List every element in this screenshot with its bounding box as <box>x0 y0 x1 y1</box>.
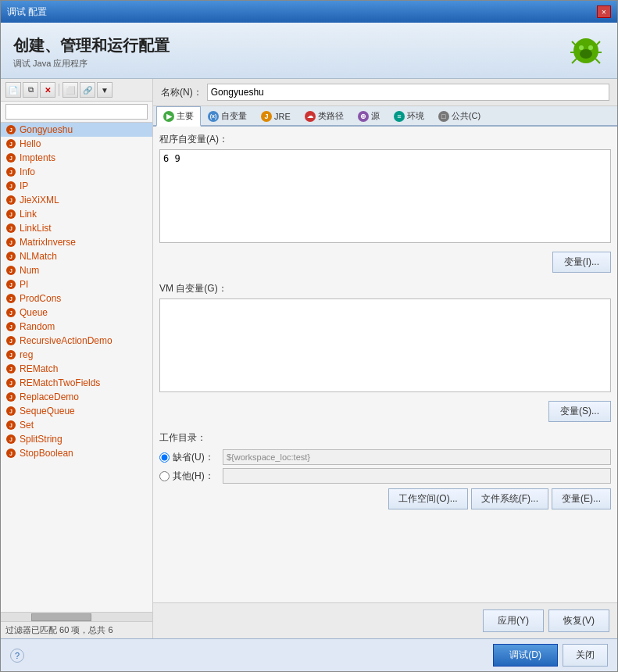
filesystem-button[interactable]: 文件系统(F)... <box>471 488 548 509</box>
java-config-icon: J <box>5 195 16 206</box>
list-item[interactable]: J StopBoolean <box>1 446 152 460</box>
list-item[interactable]: J REMatchTwoFields <box>1 376 152 390</box>
filter-button[interactable]: ⬜ <box>63 82 78 98</box>
delete-config-button[interactable]: ✕ <box>40 82 55 98</box>
list-item[interactable]: J Gongyueshu <box>1 123 152 137</box>
title-controls: × <box>597 5 611 18</box>
list-item[interactable]: J IP <box>1 179 152 193</box>
default-dir-row: 缺省(U)： <box>159 449 611 465</box>
name-label: 名称(N)： <box>161 86 202 99</box>
tab-jre[interactable]: J JRE <box>254 106 298 125</box>
program-args-btn-row: 变量(I)... <box>159 252 611 273</box>
list-item[interactable]: J PI <box>1 277 152 291</box>
program-args-input[interactable]: 6 9 <box>159 149 611 243</box>
list-item[interactable]: J ReplaceDemo <box>1 390 152 404</box>
list-item[interactable]: J Hello <box>1 137 152 151</box>
java-config-icon: J <box>5 209 16 220</box>
list-item[interactable]: J Link <box>1 207 152 221</box>
variable-button[interactable]: 变量(E)... <box>552 488 611 509</box>
list-item[interactable]: J REMatch <box>1 362 152 376</box>
tab-classpath-icon: ☁ <box>305 111 316 122</box>
tab-common[interactable]: □ 公共(C) <box>431 106 488 125</box>
workspace-button[interactable]: 工作空间(O)... <box>388 488 467 509</box>
name-input[interactable] <box>207 84 609 101</box>
tabs-bar: ▶ 主要 (x) 自变量 J JRE ☁ 类路径 ⊕ 源 <box>153 106 617 127</box>
list-item[interactable]: J Imptents <box>1 151 152 165</box>
main-area: 📄 ⧉ ✕ ⬜ 🔗 ▼ J Gongyueshu J Hell <box>1 79 617 638</box>
svg-point-2 <box>588 45 593 50</box>
list-item[interactable]: J NLMatch <box>1 249 152 263</box>
list-item[interactable]: J SplitString <box>1 432 152 446</box>
tab-env[interactable]: ≡ 环境 <box>387 106 431 125</box>
left-panel: 📄 ⧉ ✕ ⬜ 🔗 ▼ J Gongyueshu J Hell <box>1 79 153 638</box>
list-item[interactable]: J JieXiXML <box>1 193 152 207</box>
list-item[interactable]: J Info <box>1 165 152 179</box>
program-args-var-button[interactable]: 变量(I)... <box>552 252 611 273</box>
tab-classpath[interactable]: ☁ 类路径 <box>298 106 351 125</box>
other-dir-label: 其他(H)： <box>173 470 220 483</box>
java-config-icon: J <box>5 138 16 149</box>
workdir-label: 工作目录： <box>159 431 611 445</box>
other-dir-radio[interactable] <box>159 471 170 481</box>
page-subtitle: 调试 Java 应用程序 <box>13 58 170 70</box>
vm-args-input[interactable] <box>159 298 611 392</box>
tab-variables-icon: (x) <box>208 111 219 122</box>
list-item[interactable]: J MatrixInverse <box>1 235 152 249</box>
other-dir-row: 其他(H)： <box>159 468 611 484</box>
new-config-button[interactable]: 📄 <box>5 82 21 98</box>
copy-config-button[interactable]: ⧉ <box>23 82 38 98</box>
java-config-icon: J <box>5 237 16 248</box>
java-config-icon: J <box>5 265 16 276</box>
right-panel: 名称(N)： ▶ 主要 (x) 自变量 J JRE ☁ <box>153 79 617 638</box>
help-button[interactable]: ? <box>10 649 24 663</box>
java-config-icon: J <box>5 391 16 402</box>
restore-button[interactable]: 恢复(V) <box>548 609 609 632</box>
window-title: 调试 配置 <box>7 5 597 19</box>
page-title: 创建、管理和运行配置 <box>13 35 170 56</box>
java-config-icon: J <box>5 335 16 346</box>
close-button[interactable]: × <box>597 5 611 18</box>
footer-bar: ? 调试(D) 关闭 <box>1 638 617 671</box>
debug-button[interactable]: 调试(D) <box>493 644 558 667</box>
other-dir-input[interactable] <box>223 468 611 484</box>
close-dialog-button[interactable]: 关闭 <box>563 644 608 667</box>
default-dir-radio[interactable] <box>159 452 170 463</box>
list-item[interactable]: J Num <box>1 263 152 277</box>
java-config-icon: J <box>5 420 16 431</box>
java-config-icon: J <box>5 166 16 177</box>
vm-args-var-button[interactable]: 变量(S)... <box>548 401 611 422</box>
java-config-icon: J <box>5 152 16 163</box>
default-dir-input[interactable] <box>223 449 611 465</box>
scrollbar-thumb[interactable] <box>31 613 92 621</box>
tab-main[interactable]: ▶ 主要 <box>156 106 201 127</box>
search-input[interactable] <box>5 104 148 120</box>
tab-source-icon: ⊕ <box>358 111 369 122</box>
apply-button[interactable]: 应用(Y) <box>483 609 544 632</box>
filter-status: 过滤器已匹配 60 项，总共 6 <box>1 621 152 638</box>
list-item[interactable]: J Set <box>1 418 152 432</box>
list-item[interactable]: J reg <box>1 348 152 362</box>
name-row: 名称(N)： <box>153 79 617 106</box>
tab-source[interactable]: ⊕ 源 <box>351 106 387 125</box>
list-item[interactable]: J LinkList <box>1 221 152 235</box>
tab-common-icon: □ <box>438 111 449 122</box>
svg-point-3 <box>580 49 592 59</box>
content-area: 程序自变量(A)： 6 9 变量(I)... VM 自变量(G)： 变量(S).… <box>153 127 617 602</box>
list-item[interactable]: J Random <box>1 320 152 334</box>
search-box <box>1 102 152 123</box>
list-item[interactable]: J RecursiveActionDemo <box>1 334 152 348</box>
list-item[interactable]: J ProdCons <box>1 291 152 306</box>
link-button[interactable]: 🔗 <box>80 82 95 98</box>
list-item[interactable]: J SequeQueue <box>1 404 152 418</box>
left-scrollbar[interactable] <box>1 612 152 621</box>
java-config-icon: J <box>5 448 16 459</box>
java-config-icon: J <box>5 124 16 135</box>
java-config-icon: J <box>5 279 16 290</box>
main-window: 调试 配置 × 创建、管理和运行配置 调试 Java 应用程序 <box>0 0 618 672</box>
workdir-section: 工作目录： 缺省(U)： 其他(H)： 工作空间(O)... 文件系统(F)..… <box>159 431 611 509</box>
java-config-icon: J <box>5 293 16 304</box>
dropdown-button[interactable]: ▼ <box>97 82 113 98</box>
java-config-icon: J <box>5 406 16 416</box>
list-item[interactable]: J Queue <box>1 306 152 320</box>
tab-variables[interactable]: (x) 自变量 <box>201 106 254 125</box>
